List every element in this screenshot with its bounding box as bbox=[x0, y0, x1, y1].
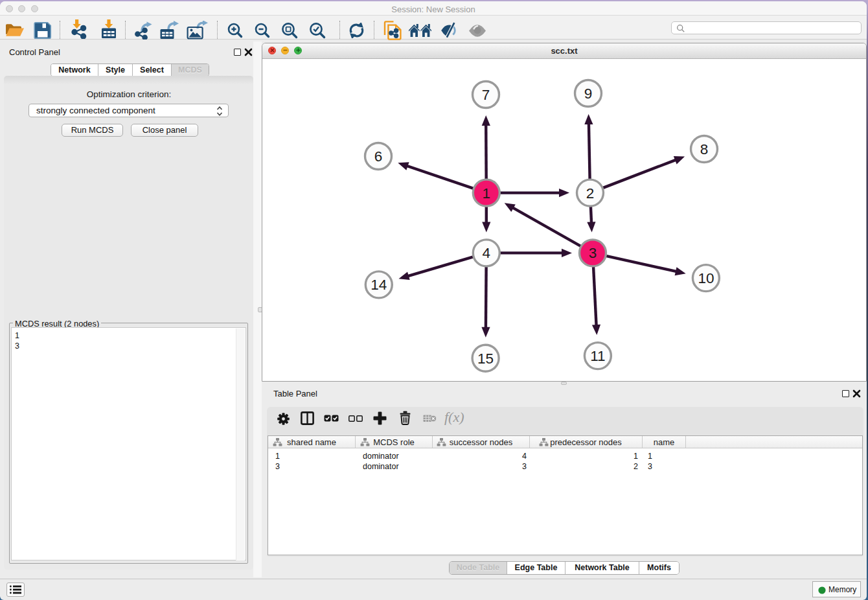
svg-text:10: 10 bbox=[698, 270, 714, 286]
svg-text:4: 4 bbox=[483, 245, 491, 261]
svg-text:14: 14 bbox=[371, 277, 387, 293]
svg-text:3: 3 bbox=[589, 245, 597, 261]
svg-text:8: 8 bbox=[700, 141, 709, 157]
svg-text:15: 15 bbox=[477, 351, 494, 367]
svg-text:9: 9 bbox=[584, 86, 593, 102]
svg-text:6: 6 bbox=[374, 148, 383, 165]
svg-text:7: 7 bbox=[482, 87, 490, 103]
svg-text:1: 1 bbox=[483, 185, 491, 202]
svg-text:2: 2 bbox=[586, 185, 595, 202]
svg-text:11: 11 bbox=[590, 348, 605, 364]
